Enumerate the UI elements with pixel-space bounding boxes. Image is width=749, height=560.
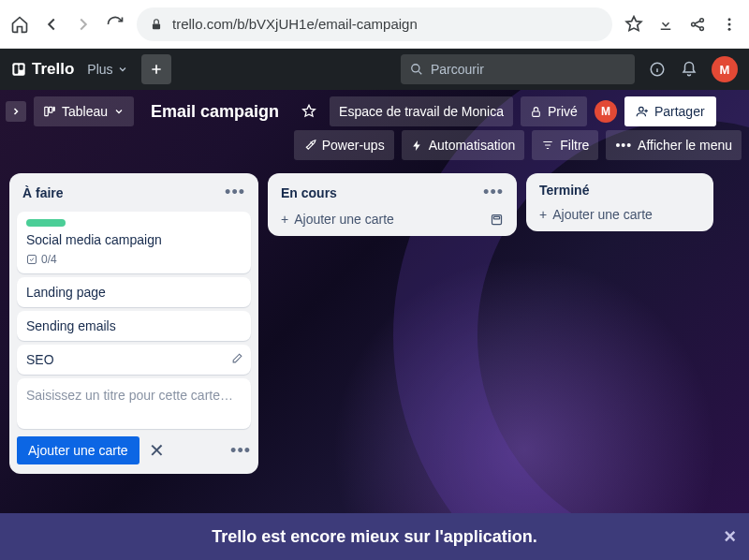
filter-icon: [541, 139, 554, 152]
app-promo-banner: Trello est encore mieux sur l'applicatio…: [0, 513, 749, 560]
show-menu-label: Afficher le menu: [638, 138, 732, 153]
svg-rect-9: [14, 65, 18, 73]
brand[interactable]: Trello: [11, 60, 74, 79]
lock-icon: [530, 106, 542, 118]
visibility-button[interactable]: Privé: [521, 96, 587, 126]
list-title[interactable]: À faire: [22, 185, 64, 200]
svg-point-5: [728, 18, 731, 21]
svg-rect-1: [661, 28, 671, 30]
svg-rect-13: [45, 107, 49, 115]
forward-icon: [73, 14, 94, 35]
share-button[interactable]: Partager: [624, 96, 716, 126]
chevron-down-icon: [117, 64, 128, 75]
list-en-cours: En cours ••• + Ajouter une carte: [268, 173, 517, 236]
add-card-label: Ajouter une carte: [552, 207, 653, 222]
list-a-faire: À faire ••• Social media campaign 0/4 La…: [9, 173, 258, 474]
view-label: Tableau: [62, 104, 108, 119]
browser-chrome: trello.com/b/bVXjUH1e/email-campaign: [0, 0, 749, 49]
close-icon[interactable]: ×: [724, 524, 736, 549]
card-options-button[interactable]: •••: [230, 441, 251, 461]
search-input[interactable]: Parcourir: [401, 54, 635, 84]
star-icon: [301, 104, 316, 119]
pencil-icon[interactable]: [231, 352, 243, 364]
filter-button[interactable]: Filtre: [532, 130, 598, 160]
list-title[interactable]: Terminé: [539, 183, 589, 198]
url-text: trello.com/b/bVXjUH1e/email-campaign: [172, 16, 418, 32]
back-icon[interactable]: [41, 14, 62, 35]
board-area: Tableau Email campaign Espace de travail…: [0, 90, 749, 513]
card-composer[interactable]: Saisissez un titre pour cette carte…: [17, 378, 251, 429]
svg-rect-14: [49, 107, 52, 112]
list-menu-button[interactable]: •••: [483, 183, 504, 202]
svg-rect-10: [20, 65, 23, 69]
svg-point-6: [728, 22, 731, 25]
workspace-button[interactable]: Espace de travail de Monica: [330, 96, 513, 126]
share-label: Partager: [654, 104, 705, 119]
info-icon[interactable]: [648, 60, 667, 79]
list-title[interactable]: En cours: [281, 185, 337, 200]
share-icon[interactable]: [687, 14, 708, 35]
workspace-label: Espace de travail de Monica: [339, 104, 504, 119]
user-plus-icon: [636, 105, 649, 118]
top-nav: Trello Plus Parcourir M: [0, 49, 749, 90]
star-icon[interactable]: [624, 14, 644, 35]
plus-icon: [149, 62, 164, 77]
close-icon[interactable]: ✕: [149, 439, 165, 462]
visibility-label: Privé: [548, 104, 578, 119]
card[interactable]: SEO: [17, 345, 251, 375]
composer-placeholder: Saisissez un titre pour cette carte…: [26, 388, 233, 403]
create-button[interactable]: [141, 54, 171, 84]
lock-icon: [150, 18, 163, 31]
svg-rect-18: [28, 256, 37, 264]
svg-point-17: [639, 107, 643, 111]
add-card-button[interactable]: Ajouter une carte: [17, 436, 140, 464]
member-avatar[interactable]: M: [595, 100, 617, 123]
card[interactable]: Landing page: [17, 277, 251, 307]
card[interactable]: Social media campaign 0/4: [17, 212, 251, 273]
home-icon[interactable]: [9, 14, 30, 35]
expand-sidebar-button[interactable]: [6, 101, 26, 122]
board-subheader: Power-ups Automatisation Filtre ••• Affi…: [0, 130, 749, 168]
svg-rect-15: [53, 107, 54, 111]
lists-container: À faire ••• Social media campaign 0/4 La…: [0, 168, 749, 479]
list-termine: Terminé + Ajouter une carte: [526, 173, 713, 231]
plus-menu[interactable]: Plus: [87, 62, 127, 77]
plus-icon: +: [281, 212, 288, 227]
filter-label: Filtre: [560, 138, 589, 153]
reload-icon[interactable]: [105, 14, 125, 35]
checklist-icon: [26, 254, 37, 265]
download-icon[interactable]: [655, 14, 676, 35]
powerups-label: Power-ups: [322, 138, 385, 153]
automation-button[interactable]: Automatisation: [402, 130, 525, 160]
card[interactable]: Sending emails: [17, 311, 251, 341]
show-menu-button[interactable]: ••• Afficher le menu: [606, 130, 742, 160]
template-icon[interactable]: [490, 213, 504, 227]
svg-rect-20: [493, 216, 499, 219]
kebab-icon[interactable]: [719, 14, 740, 35]
svg-rect-0: [153, 23, 160, 29]
trello-logo-icon: [11, 62, 26, 77]
plus-icon: +: [539, 207, 547, 222]
powerups-button[interactable]: Power-ups: [294, 130, 394, 160]
search-icon: [410, 63, 423, 76]
list-menu-button[interactable]: •••: [225, 183, 245, 202]
card-title: Social media campaign: [26, 232, 242, 247]
automation-label: Automatisation: [429, 138, 516, 153]
svg-rect-16: [533, 111, 540, 115]
card-title: SEO: [26, 352, 242, 367]
add-card-button[interactable]: + Ajouter une carte: [281, 212, 394, 227]
view-switcher[interactable]: Tableau: [34, 96, 134, 126]
card-title: Sending emails: [26, 318, 242, 333]
add-card-button[interactable]: + Ajouter une carte: [539, 207, 653, 222]
board-title[interactable]: Email campaign: [141, 102, 288, 122]
checklist-badge: 0/4: [26, 253, 242, 266]
checklist-count: 0/4: [41, 253, 57, 266]
rocket-icon: [303, 139, 316, 152]
bell-icon[interactable]: [680, 60, 698, 79]
search-placeholder: Parcourir: [431, 62, 484, 77]
avatar[interactable]: M: [712, 56, 738, 82]
omnibox[interactable]: trello.com/b/bVXjUH1e/email-campaign: [137, 7, 612, 41]
label-green: [26, 219, 66, 227]
brand-text: Trello: [32, 60, 74, 79]
star-button[interactable]: [296, 96, 322, 126]
